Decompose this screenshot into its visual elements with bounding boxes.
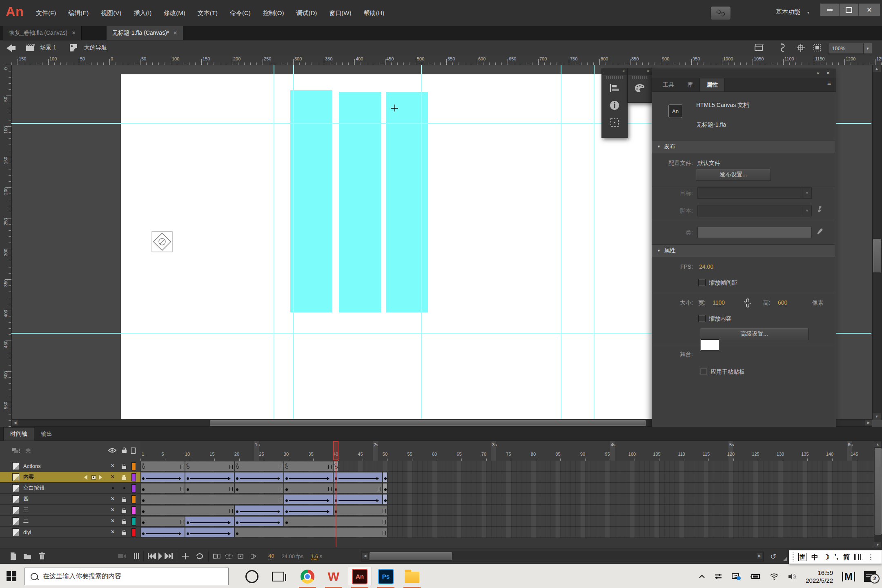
window-minimize-button[interactable] — [820, 3, 840, 16]
transform-panel-button[interactable] — [602, 114, 627, 131]
zoom-dropdown-button[interactable]: ▼ — [863, 43, 872, 54]
layer-hidden-toggle[interactable]: ✕ — [109, 507, 117, 513]
layer-color-swatch[interactable] — [131, 528, 136, 537]
layer-color-swatch[interactable] — [131, 495, 136, 503]
document-tab-1[interactable]: 恢复_卷轴.fla (Canvas)✕ — [3, 26, 82, 40]
layer-lock-toggle[interactable] — [122, 477, 126, 480]
scroll-left-icon[interactable]: ◀ — [362, 553, 368, 559]
properties-section-header[interactable]: ▼ 属性 — [652, 244, 835, 257]
edit-multiple-frames-button[interactable] — [237, 551, 245, 561]
layer-row-Actions[interactable]: Actions✕ — [0, 461, 140, 472]
layer-visible-dot[interactable] — [112, 487, 114, 489]
menu-插入(I)[interactable]: 插入(I) — [134, 9, 151, 17]
scroll-left-icon[interactable]: ◀ — [12, 420, 18, 425]
frame-span[interactable] — [140, 527, 185, 537]
frame-rate[interactable]: 24.00 fps — [281, 553, 303, 559]
layer-hidden-toggle[interactable]: ✕ — [109, 496, 117, 502]
edited-symbol-name[interactable]: 大的导航 — [84, 44, 107, 51]
outline-mode-icon[interactable] — [131, 448, 136, 454]
play-button[interactable] — [158, 551, 162, 561]
menu-控制(O)[interactable]: 控制(O) — [263, 9, 284, 17]
panel-collapse-button[interactable]: » — [628, 68, 652, 75]
frame-span[interactable] — [140, 472, 185, 482]
layer-lock-toggle[interactable] — [122, 466, 126, 469]
settings-sliders-icon[interactable] — [714, 573, 722, 580]
onion-skin-outline-button[interactable] — [225, 551, 233, 561]
tab-close-icon[interactable]: ✕ — [71, 30, 76, 36]
menu-编辑(E)[interactable]: 编辑(E) — [68, 9, 89, 17]
scroll-right-icon[interactable]: ▶ — [865, 420, 872, 425]
ime-indicator[interactable]: M — [842, 572, 855, 581]
layer-color-swatch[interactable] — [131, 462, 136, 470]
taskbar-app-wps[interactable]: W — [322, 567, 345, 586]
link-broken-icon[interactable] — [743, 298, 753, 308]
notification-center-icon[interactable]: 2 — [864, 571, 876, 582]
stage-rectangle-3[interactable] — [386, 92, 428, 312]
scroll-right-icon[interactable]: ▶ — [757, 553, 762, 559]
step-forward-button[interactable] — [165, 551, 169, 561]
layer-hidden-toggle[interactable]: ✕ — [109, 463, 117, 469]
timeline-tab-输出[interactable]: 输出 — [34, 428, 59, 441]
fps-value[interactable]: 24.00 — [699, 263, 713, 270]
delete-layer-button[interactable] — [38, 551, 46, 561]
scale-content-checkbox[interactable] — [698, 315, 706, 322]
align-panel-button[interactable] — [602, 80, 627, 97]
panel-collapse-button[interactable]: » — [602, 68, 627, 75]
layer-row-二[interactable]: 二✕ — [0, 516, 140, 527]
frame-span[interactable] — [185, 516, 234, 526]
tab-close-icon[interactable]: ✕ — [173, 30, 177, 36]
close-panel-icon[interactable]: ✕ — [826, 70, 830, 76]
layer-color-swatch[interactable] — [131, 517, 136, 526]
layer-color-swatch[interactable] — [131, 473, 136, 481]
window-close-button[interactable]: ✕ — [858, 3, 880, 16]
workspace-caret-icon[interactable]: ▾ — [807, 10, 809, 15]
frame-span[interactable] — [284, 472, 333, 482]
lock-all-icon[interactable] — [122, 450, 127, 453]
class-input[interactable] — [697, 227, 812, 238]
layer-lock-toggle[interactable] — [122, 532, 126, 535]
frame-span[interactable] — [185, 527, 234, 537]
stage-color-swatch[interactable] — [701, 339, 719, 351]
layer-hidden-toggle[interactable]: ✕ — [109, 518, 117, 524]
frame-span[interactable] — [284, 483, 333, 493]
frame-span[interactable] — [383, 494, 388, 504]
scroll-up-icon[interactable]: ▲ — [873, 65, 881, 72]
layer-row-四[interactable]: 四✕ — [0, 494, 140, 505]
menu-修改(M)[interactable]: 修改(M) — [164, 9, 185, 17]
canvas-vertical-scrollbar[interactable]: ▲ ▼ — [872, 65, 882, 420]
apply-pasteboard-checkbox[interactable] — [700, 368, 707, 375]
frame-span[interactable] — [185, 472, 234, 482]
go-to-first-frame-button[interactable] — [148, 551, 152, 561]
insert-keyframe-icon[interactable] — [91, 475, 96, 480]
height-value[interactable]: 600 — [778, 299, 787, 306]
publish-settings-button[interactable]: 发布设置... — [696, 169, 771, 181]
frame-span[interactable] — [383, 472, 388, 482]
frame-span[interactable] — [333, 483, 383, 493]
sync-settings-button[interactable] — [710, 6, 731, 20]
scroll-down-icon[interactable]: ▼ — [874, 542, 881, 548]
advanced-settings-button[interactable]: 高级设置... — [700, 328, 808, 340]
selected-symbol[interactable] — [151, 231, 173, 252]
frame-span[interactable]: a — [185, 461, 234, 471]
edit-scene-icon[interactable] — [754, 43, 764, 53]
cortana-button[interactable] — [240, 567, 264, 586]
vertical-guide[interactable] — [594, 65, 595, 419]
timeline-vscroll-thumb[interactable] — [875, 448, 882, 535]
menu-文件(F)[interactable]: 文件(F) — [36, 9, 56, 17]
menu-视图(V)[interactable]: 视图(V) — [101, 9, 121, 17]
stage-rectangle-1[interactable] — [290, 90, 332, 312]
frame-span[interactable] — [140, 505, 234, 515]
ime-toolbar[interactable]: 拼中☽’,简 ⋮ — [789, 550, 882, 564]
vertical-scroll-thumb[interactable] — [873, 239, 881, 272]
frame-span[interactable] — [284, 494, 333, 504]
frame-span[interactable]: a — [234, 461, 284, 471]
frame-center-button[interactable] — [181, 551, 189, 561]
vertical-guide[interactable] — [421, 65, 422, 419]
menu-调试(D)[interactable]: 调试(D) — [296, 9, 317, 17]
frame-span[interactable] — [333, 505, 388, 515]
layer-lock-toggle[interactable] — [122, 521, 126, 524]
panel-menu-icon[interactable]: ≡ — [827, 80, 831, 87]
info-panel-button[interactable] — [602, 97, 627, 114]
panel-gripper[interactable] — [606, 76, 623, 79]
scale-spans-checkbox[interactable] — [698, 279, 706, 286]
